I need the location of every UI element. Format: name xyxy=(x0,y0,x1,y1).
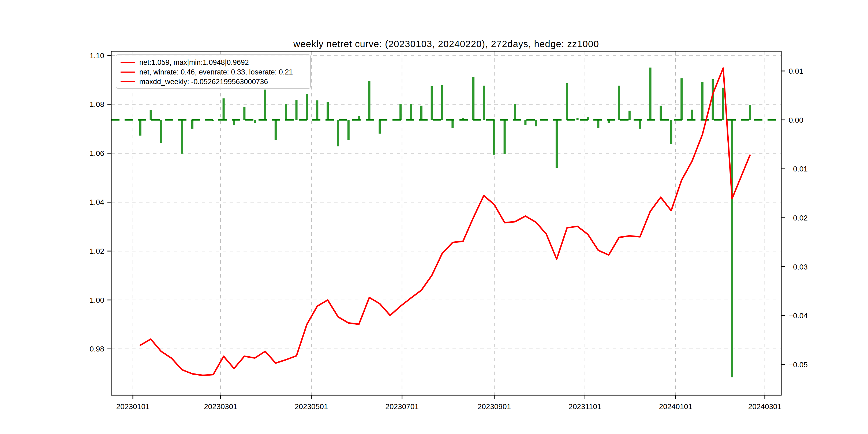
legend-item: maxdd_weekly: -0.05262199563000736 xyxy=(121,77,310,87)
legend-label: maxdd_weekly: -0.05262199563000736 xyxy=(139,78,268,86)
legend-item: net:1.059, max|min:1.0948|0.9692 xyxy=(121,58,310,67)
left-tick-label: 1.04 xyxy=(90,198,104,206)
legend-label: net, winrate: 0.46, evenrate: 0.33, lose… xyxy=(139,68,293,76)
legend-item: net, winrate: 0.46, evenrate: 0.33, lose… xyxy=(121,67,310,77)
right-axis-ticks: 0.010.00−0.01−0.02−0.03−0.04−0.05 xyxy=(781,67,808,369)
legend-line-swatch xyxy=(121,81,135,82)
x-tick-label: 20230501 xyxy=(295,402,328,411)
net-line xyxy=(141,68,750,375)
left-tick-label: 1.08 xyxy=(90,100,104,108)
right-tick-label: −0.01 xyxy=(789,165,808,173)
figure: 1.101.081.061.041.021.000.98 0.010.00−0.… xyxy=(0,0,868,434)
left-tick-label: 1.00 xyxy=(90,296,104,304)
right-tick-label: 0.00 xyxy=(789,116,803,124)
left-tick-label: 1.02 xyxy=(90,247,104,255)
x-tick-label: 20240101 xyxy=(659,402,692,411)
right-tick-label: −0.03 xyxy=(789,263,808,271)
x-axis-ticks: 2023010120230301202305012023070120230901… xyxy=(116,395,781,411)
x-tick-label: 20230101 xyxy=(116,402,150,411)
legend-line-swatch xyxy=(121,71,135,72)
left-tick-label: 1.06 xyxy=(90,149,104,157)
legend-line-swatch xyxy=(121,62,135,63)
x-tick-label: 20230901 xyxy=(477,402,511,411)
weekly-return-bars xyxy=(141,67,750,377)
legend-label: net:1.059, max|min:1.0948|0.9692 xyxy=(139,58,249,67)
right-tick-label: 0.01 xyxy=(789,67,803,75)
chart-title: weekly netret curve: (20230103, 20240220… xyxy=(111,38,781,49)
legend: net:1.059, max|min:1.0948|0.9692net, win… xyxy=(116,54,311,89)
x-tick-label: 20231101 xyxy=(568,402,601,411)
x-tick-label: 20240301 xyxy=(748,402,782,411)
left-tick-label: 0.98 xyxy=(90,345,104,353)
x-tick-label: 20230701 xyxy=(385,402,419,411)
x-gridlines xyxy=(133,51,765,395)
left-axis-ticks: 1.101.081.061.041.021.000.98 xyxy=(90,52,112,353)
right-tick-label: −0.05 xyxy=(789,361,808,369)
left-tick-label: 1.10 xyxy=(90,52,104,60)
x-tick-label: 20230301 xyxy=(204,402,237,411)
right-tick-label: −0.02 xyxy=(789,214,808,222)
net-curve xyxy=(141,68,750,375)
right-tick-label: −0.04 xyxy=(789,312,808,320)
